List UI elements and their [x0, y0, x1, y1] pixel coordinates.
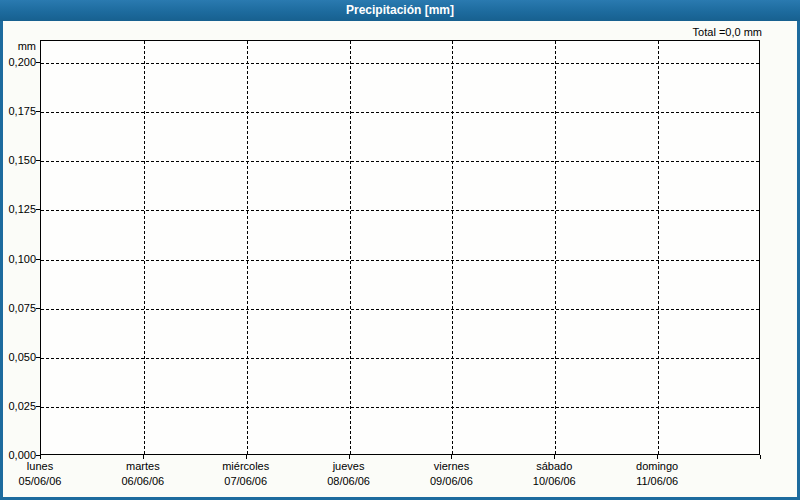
y-tick-label: 0,200: [0, 55, 36, 69]
y-tick-label: 0,175: [0, 104, 36, 118]
x-day-label: martes: [88, 459, 198, 474]
y-tick-mark: [36, 357, 40, 358]
horizontal-gridline: [41, 63, 759, 64]
vertical-gridline: [350, 41, 351, 454]
y-tick-mark: [36, 160, 40, 161]
y-tick-mark: [36, 111, 40, 112]
x-category-label: martes06/06/06: [88, 459, 198, 489]
y-tick-label: 0,150: [0, 153, 36, 167]
x-category-label: jueves08/06/06: [294, 459, 404, 489]
x-date-label: 11/06/06: [602, 474, 712, 489]
y-tick-mark: [36, 62, 40, 63]
chart-title-bar[interactable]: Precipitación [mm]: [0, 0, 800, 21]
horizontal-gridline: [41, 161, 759, 162]
y-tick-mark: [36, 259, 40, 260]
y-tick-mark: [36, 308, 40, 309]
x-date-label: 07/06/06: [191, 474, 301, 489]
x-date-label: 05/06/06: [0, 474, 95, 489]
y-tick-mark: [36, 406, 40, 407]
horizontal-gridline: [41, 260, 759, 261]
horizontal-gridline: [41, 112, 759, 113]
x-category-label: lunes05/06/06: [0, 459, 95, 489]
x-category-label: domingo11/06/06: [602, 459, 712, 489]
horizontal-gridline: [41, 407, 759, 408]
x-day-label: viernes: [396, 459, 506, 474]
precipitation-chart-window: Precipitación [mm] Total =0,0 mm mm 0,20…: [0, 0, 800, 500]
x-day-label: sábado: [499, 459, 609, 474]
plot-area: [40, 40, 760, 455]
total-annotation: Total =0,0 mm: [693, 26, 762, 38]
vertical-gridline: [452, 41, 453, 454]
x-day-label: lunes: [0, 459, 95, 474]
vertical-gridline: [247, 41, 248, 454]
y-tick-label: 0,050: [0, 350, 36, 364]
y-tick-mark: [36, 209, 40, 210]
x-day-label: jueves: [294, 459, 404, 474]
x-date-label: 10/06/06: [499, 474, 609, 489]
x-day-label: miércoles: [191, 459, 301, 474]
horizontal-gridline: [41, 210, 759, 211]
y-axis-unit-label: mm: [0, 40, 36, 52]
y-tick-label: 0,025: [0, 399, 36, 413]
vertical-gridline: [555, 41, 556, 454]
x-category-label: viernes09/06/06: [396, 459, 506, 489]
x-category-label: sábado10/06/06: [499, 459, 609, 489]
y-tick-label: 0,075: [0, 301, 36, 315]
vertical-gridline: [144, 41, 145, 454]
x-category-label: miércoles07/06/06: [191, 459, 301, 489]
x-date-label: 08/06/06: [294, 474, 404, 489]
x-date-label: 09/06/06: [396, 474, 506, 489]
vertical-gridline: [658, 41, 659, 454]
x-date-label: 06/06/06: [88, 474, 198, 489]
chart-title: Precipitación [mm]: [346, 3, 454, 17]
y-tick-label: 0,125: [0, 202, 36, 216]
horizontal-gridline: [41, 309, 759, 310]
y-tick-label: 0,100: [0, 252, 36, 266]
horizontal-gridline: [41, 358, 759, 359]
x-day-label: domingo: [602, 459, 712, 474]
x-tick-mark: [760, 455, 761, 459]
